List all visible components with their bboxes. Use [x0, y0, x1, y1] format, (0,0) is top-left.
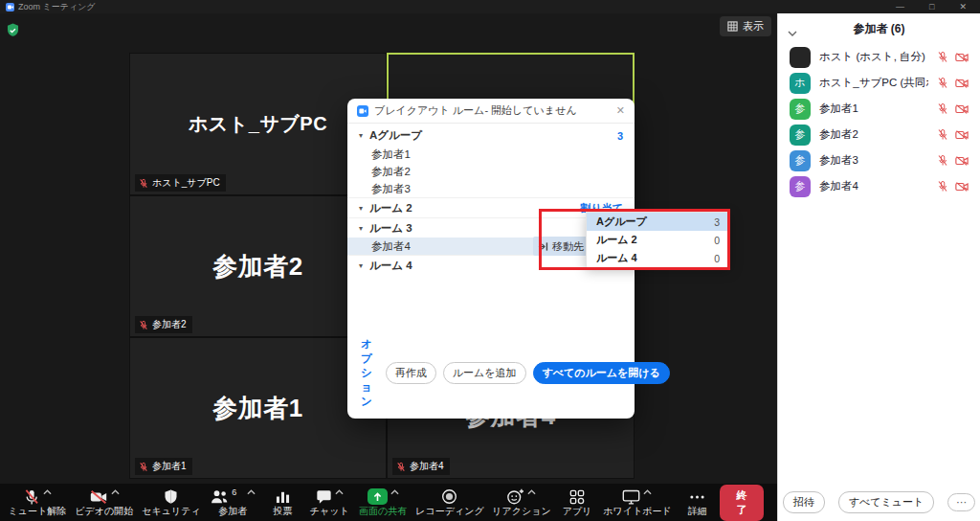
- mic-muted-icon: [139, 178, 148, 189]
- room-member-row[interactable]: 参加者2: [347, 163, 635, 180]
- recording-button[interactable]: レコーディング: [412, 484, 488, 521]
- move-to-icon: [538, 241, 548, 252]
- member-name: 参加者2: [371, 165, 411, 179]
- dialog-header: ブレイクアウト ルーム- 開始していません ✕: [347, 99, 635, 124]
- participant-name: ホスト_サブPC (共同ホスト): [819, 76, 928, 90]
- room-name: Aグループ: [369, 128, 422, 143]
- poll-bars-icon: [276, 489, 290, 504]
- whiteboard-icon: [622, 489, 640, 505]
- dialog-close-icon[interactable]: ✕: [616, 104, 625, 117]
- participant-row-host[interactable]: ホスト (ホスト, 自分): [778, 44, 980, 70]
- submenu-room-name: ルーム 2: [596, 233, 637, 247]
- room-row-a-group[interactable]: ▾ Aグループ 3: [347, 125, 635, 146]
- dialog-title: ブレイクアウト ルーム- 開始していません: [374, 103, 577, 118]
- participant-row-3[interactable]: 参 参加者3: [778, 147, 980, 173]
- room-member-row[interactable]: 参加者1: [347, 146, 635, 163]
- view-button[interactable]: 表示: [720, 16, 771, 36]
- video-off-icon: [955, 78, 969, 89]
- chat-bubble-icon: [316, 489, 332, 505]
- more-dots-icon: [690, 495, 704, 499]
- polls-button[interactable]: 投票: [260, 484, 304, 521]
- member-name: 参加者1: [371, 147, 411, 162]
- grid-view-icon: [727, 21, 738, 32]
- room-name: ルーム 4: [369, 259, 412, 273]
- title-bar: Zoom ミーティング — □ ✕: [0, 0, 980, 13]
- unmute-button[interactable]: ミュート解除: [4, 484, 71, 521]
- participants-button[interactable]: 6 参加者: [205, 484, 260, 521]
- mic-muted-icon: [937, 102, 948, 115]
- minimize-button[interactable]: —: [896, 0, 904, 13]
- expand-arrow-icon: ▾: [359, 224, 363, 233]
- start-video-button[interactable]: ビデオの開始: [71, 484, 138, 521]
- chevron-up-icon[interactable]: [111, 489, 120, 495]
- avatar: 参: [790, 176, 811, 197]
- apps-button[interactable]: アプリ: [555, 484, 599, 521]
- submenu-item-room4[interactable]: ルーム 4 0: [587, 249, 729, 267]
- chevron-up-icon[interactable]: [527, 489, 536, 495]
- submenu-item-a-group[interactable]: Aグループ 3: [587, 213, 729, 231]
- expand-arrow-icon: ▾: [359, 204, 363, 213]
- move-to-submenu: Aグループ 3 ルーム 2 0 ルーム 4 0: [586, 212, 730, 268]
- participant-name: 参加者2: [819, 127, 928, 142]
- breakout-dialog-icon: [357, 105, 368, 117]
- chevron-up-icon[interactable]: [390, 489, 399, 495]
- zoom-app-icon: [6, 3, 14, 11]
- share-screen-icon: [368, 488, 388, 505]
- video-off-icon: [955, 103, 969, 115]
- window-title: Zoom ミーティング: [18, 1, 96, 13]
- move-to-button[interactable]: 移動先: [533, 237, 589, 256]
- shield-icon: [163, 488, 179, 505]
- participant-row-2[interactable]: 参 参加者2: [778, 122, 980, 147]
- chevron-up-icon[interactable]: [247, 489, 256, 495]
- participants-footer: 招待 すべてミュート ⋯: [778, 491, 980, 513]
- close-button[interactable]: ✕: [959, 0, 967, 13]
- mute-all-button[interactable]: すべてミュート: [838, 491, 935, 513]
- expand-arrow-icon: ▾: [359, 261, 363, 270]
- record-icon: [441, 488, 457, 505]
- view-button-label: 表示: [743, 19, 764, 34]
- participant-name: 参加者3: [819, 153, 928, 168]
- member-name: 参加者3: [371, 182, 411, 196]
- end-meeting-button[interactable]: 終了: [720, 485, 764, 521]
- maximize-button[interactable]: □: [929, 0, 934, 13]
- reactions-button[interactable]: リアクション: [488, 484, 555, 521]
- tile-display-name: ホスト_サブPC: [189, 111, 327, 137]
- submenu-room-count: 0: [714, 235, 720, 246]
- invite-button[interactable]: 招待: [783, 491, 825, 513]
- mic-muted-icon: [23, 488, 40, 506]
- participant-row-host-sub-pc[interactable]: ホ ホスト_サブPC (共同ホスト): [778, 70, 980, 96]
- submenu-room-count: 0: [714, 253, 720, 264]
- participants-icon: [210, 488, 229, 505]
- submenu-item-room2[interactable]: ルーム 2 0: [587, 231, 729, 249]
- avatar: [790, 47, 811, 68]
- chevron-up-icon[interactable]: [43, 489, 52, 495]
- whiteboard-button[interactable]: ホワイトボード: [599, 484, 676, 521]
- share-screen-button[interactable]: 画面の共有: [354, 484, 412, 521]
- more-button[interactable]: 詳細: [676, 484, 720, 521]
- apps-icon: [569, 489, 585, 505]
- dialog-footer: オプション 再作成 ルームを追加 すべてのルームを開ける: [361, 337, 626, 409]
- room-member-row[interactable]: 参加者3: [347, 180, 635, 197]
- more-options-button[interactable]: ⋯: [947, 493, 975, 511]
- meeting-info-shield-icon[interactable]: [6, 23, 20, 42]
- participant-row-1[interactable]: 参 参加者1: [778, 96, 980, 122]
- participant-row-4[interactable]: 参 参加者4: [778, 173, 980, 199]
- meeting-toolbar: ミュート解除 ビデオの開始 セキュリティ 6 参加者: [0, 484, 777, 521]
- options-link[interactable]: オプション: [361, 337, 372, 409]
- mic-muted-icon: [937, 154, 948, 167]
- add-room-button[interactable]: ルームを追加: [443, 362, 526, 384]
- chat-button[interactable]: チャット: [304, 484, 354, 521]
- tile-name-label: 参加者2: [135, 316, 192, 333]
- avatar: 参: [790, 99, 811, 120]
- recreate-button[interactable]: 再作成: [386, 362, 436, 384]
- security-button[interactable]: セキュリティ: [138, 484, 205, 521]
- chevron-up-icon[interactable]: [643, 489, 652, 495]
- tile-name-label: 参加者4: [392, 458, 450, 475]
- mic-muted-icon: [937, 51, 948, 63]
- chevron-up-icon[interactable]: [335, 489, 344, 495]
- mic-muted-icon: [937, 180, 948, 193]
- mic-muted-icon: [139, 462, 148, 472]
- open-all-rooms-button[interactable]: すべてのルームを開ける: [533, 362, 670, 384]
- tile-name-label: 参加者1: [135, 458, 192, 475]
- collapse-chevron-icon[interactable]: [788, 26, 797, 39]
